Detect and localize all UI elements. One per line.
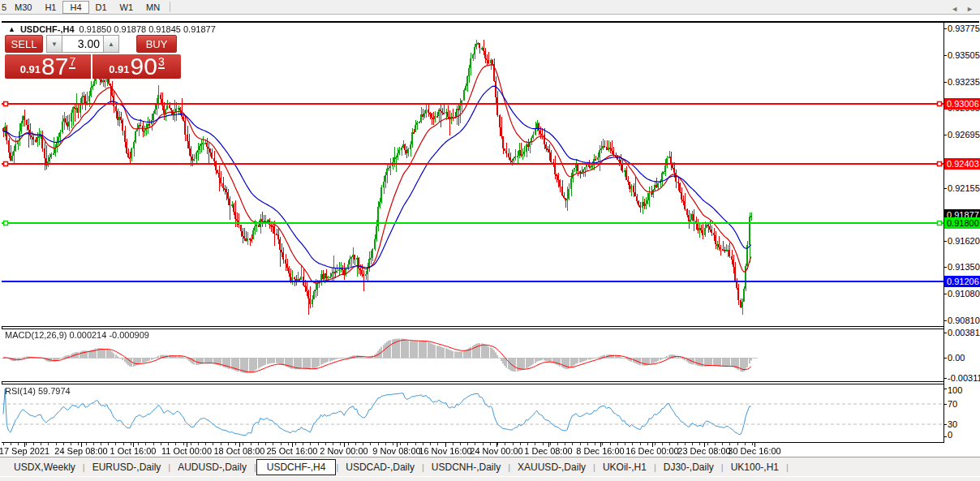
price-line-label: 0.92403 bbox=[944, 158, 980, 170]
mt5-application-window: 5M30H1H4D1W1MN ▲ USDCHF-,H4 0.91850 0.91… bbox=[0, 0, 980, 481]
tab-separator: | bbox=[786, 462, 789, 472]
time-minor-tick bbox=[273, 443, 273, 445]
time-minor-tick bbox=[3, 443, 4, 445]
axis-tick bbox=[943, 320, 947, 321]
panel-separator[interactable] bbox=[2, 326, 943, 327]
price-tick-label: 0.91620 bbox=[948, 236, 980, 246]
chart-tab-xauusd-daily[interactable]: XAUUSD-,Daily bbox=[510, 460, 593, 475]
tab-scroll-left-icon[interactable]: ◄ bbox=[951, 5, 958, 13]
time-minor-tick bbox=[610, 443, 611, 445]
axis-tick bbox=[943, 135, 947, 135]
time-minor-tick bbox=[685, 443, 686, 445]
time-minor-tick bbox=[513, 443, 514, 445]
collapse-panel-icon[interactable]: ▲ bbox=[8, 25, 15, 33]
time-minor-tick bbox=[56, 443, 57, 445]
axis-tick bbox=[943, 404, 947, 405]
time-minor-tick bbox=[78, 443, 79, 445]
tab-scroll-right-icon[interactable]: ► bbox=[966, 5, 974, 13]
time-minor-tick bbox=[131, 443, 131, 445]
volume-decrease-button[interactable]: ▼ bbox=[46, 35, 62, 53]
rsi-indicator-canvas[interactable] bbox=[2, 384, 943, 442]
price-line-label: 0.91800 bbox=[944, 217, 980, 229]
axis-tick bbox=[943, 389, 947, 389]
buy-button[interactable]: BUY bbox=[136, 35, 177, 53]
time-minor-tick bbox=[243, 443, 243, 445]
time-minor-tick bbox=[535, 443, 535, 445]
time-minor-tick bbox=[288, 443, 289, 445]
time-minor-tick bbox=[580, 443, 581, 445]
time-tick-label: 8 Dec 16:00 bbox=[576, 446, 624, 456]
chart-tab-ukoil-h1[interactable]: UKOil-,H1 bbox=[595, 460, 654, 475]
time-minor-tick bbox=[18, 443, 19, 445]
time-axis[interactable]: 17 Sep 202124 Sep 08:001 Oct 16:0011 Oct… bbox=[2, 443, 943, 456]
volume-input[interactable] bbox=[62, 35, 103, 53]
rsi-axis-label: 30 bbox=[948, 419, 957, 429]
time-minor-tick bbox=[625, 443, 625, 445]
time-minor-tick bbox=[722, 443, 723, 445]
time-tick-label: 18 Oct 08:00 bbox=[214, 446, 265, 456]
time-minor-tick bbox=[108, 443, 109, 445]
price-tick-label: 0.91350 bbox=[948, 262, 980, 272]
time-minor-tick bbox=[213, 443, 213, 445]
timeframe-button-mn[interactable]: MN bbox=[140, 1, 166, 14]
time-minor-tick bbox=[677, 443, 678, 445]
time-minor-tick bbox=[101, 443, 101, 445]
time-minor-tick bbox=[587, 443, 588, 445]
time-tick-label: 25 Oct 16:00 bbox=[267, 446, 318, 456]
timeframe-button-m30[interactable]: M30 bbox=[8, 1, 38, 14]
time-minor-tick bbox=[393, 443, 393, 445]
sell-price-button[interactable]: 0.91 87 7 bbox=[5, 54, 91, 79]
macd-axis-label: 0.003811 bbox=[948, 328, 980, 337]
time-tick-label: 9 Nov 08:00 bbox=[372, 446, 420, 456]
chart-tab-eurusd-daily[interactable]: EURUSD-,Daily bbox=[85, 460, 169, 475]
chart-tab-usdcad-daily[interactable]: USDCAD-,Daily bbox=[338, 460, 422, 475]
timeframe-button-w1[interactable]: W1 bbox=[114, 1, 140, 14]
one-click-trading-panel: SELL ▼ ▲ BUY 0.91 87 7 0.91 90 3 bbox=[5, 35, 181, 79]
time-minor-tick bbox=[655, 443, 655, 445]
time-minor-tick bbox=[565, 443, 565, 445]
time-minor-tick bbox=[460, 443, 461, 445]
time-minor-tick bbox=[640, 443, 641, 445]
time-minor-tick bbox=[752, 443, 753, 445]
buy-price-pip-digit: 3 bbox=[158, 56, 165, 69]
time-minor-tick bbox=[475, 443, 475, 445]
timeframe-button-h4[interactable]: H4 bbox=[62, 1, 88, 14]
volume-increase-button[interactable]: ▲ bbox=[103, 35, 119, 53]
timeframe-button-h1[interactable]: H1 bbox=[38, 1, 62, 14]
chart-tab-uk100-h1[interactable]: UK100-,H1 bbox=[724, 460, 786, 475]
panel-separator[interactable] bbox=[2, 381, 943, 382]
time-tick-label: 24 Nov 00:00 bbox=[470, 446, 522, 456]
time-minor-tick bbox=[527, 443, 528, 445]
time-minor-tick bbox=[11, 443, 11, 445]
timeframe-button-5[interactable]: 5 bbox=[0, 1, 8, 14]
chart-tab-usdchf-h4[interactable]: USDCHF-,H4 bbox=[256, 459, 337, 475]
time-minor-tick bbox=[281, 443, 282, 445]
time-minor-tick bbox=[145, 443, 146, 445]
chart-info-line: ▲ USDCHF-,H4 0.91850 0.91878 0.91845 0.9… bbox=[8, 24, 216, 34]
chart-tab-usdx-weekly[interactable]: USDX,Weekly bbox=[6, 460, 83, 475]
time-tick-label: 24 Sep 08:00 bbox=[54, 446, 107, 456]
time-minor-tick bbox=[745, 443, 746, 445]
time-minor-tick bbox=[437, 443, 438, 445]
axis-tick bbox=[943, 378, 947, 379]
time-minor-tick bbox=[168, 443, 169, 445]
axis-tick bbox=[943, 358, 947, 359]
price-tick-label: 0.93235 bbox=[948, 77, 980, 87]
timeframe-button-d1[interactable]: D1 bbox=[89, 1, 114, 14]
chart-tab-dj30-daily[interactable]: DJ30-,Daily bbox=[656, 460, 721, 475]
time-tick-label: 16 Dec 00:00 bbox=[625, 446, 678, 456]
time-minor-tick bbox=[333, 443, 333, 445]
time-minor-tick bbox=[632, 443, 633, 445]
sell-button[interactable]: SELL bbox=[5, 35, 43, 53]
time-tick-label: 1 Dec 08:00 bbox=[524, 446, 572, 456]
time-minor-tick bbox=[363, 443, 363, 445]
buy-price-button[interactable]: 0.91 90 3 bbox=[92, 54, 181, 79]
time-minor-tick bbox=[258, 443, 259, 445]
time-minor-tick bbox=[310, 443, 311, 445]
time-minor-tick bbox=[33, 443, 34, 445]
time-minor-tick bbox=[647, 443, 648, 445]
chart-tab-usdcnh-daily[interactable]: USDCNH-,Daily bbox=[424, 460, 508, 475]
axis-tick bbox=[943, 333, 947, 333]
chart-tab-audusd-daily[interactable]: AUDUSD-,Daily bbox=[170, 460, 254, 475]
time-minor-tick bbox=[161, 443, 161, 445]
